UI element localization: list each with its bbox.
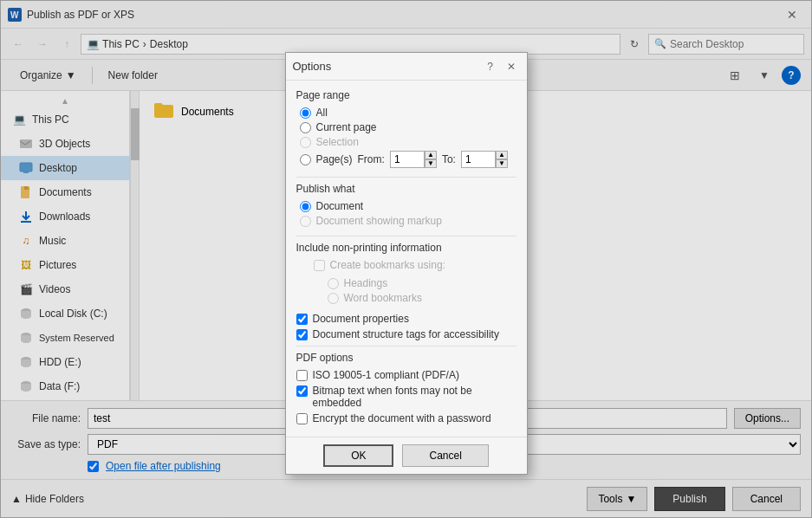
structure-tags-checkbox[interactable] — [296, 329, 308, 340]
document-properties-row: Document properties — [296, 313, 516, 325]
dialog-cancel-button[interactable]: Cancel — [402, 444, 488, 467]
radio-pages[interactable] — [300, 154, 311, 165]
from-down-button[interactable]: ▼ — [425, 159, 437, 168]
dialog-content: Page range All Current page Selection Pa… — [286, 81, 527, 437]
pdf-options-section-title: PDF options — [296, 352, 516, 364]
bitmap-row: Bitmap text when fonts may not be embedd… — [296, 385, 516, 409]
document-properties-checkbox[interactable] — [296, 314, 308, 325]
divider-2 — [296, 236, 516, 236]
radio-current-page-label: Current page — [316, 121, 377, 133]
headings-row: Headings — [314, 277, 516, 289]
create-bookmarks-row: Create bookmarks using: — [314, 259, 516, 271]
encrypt-checkbox[interactable] — [296, 413, 308, 424]
dialog-title-bar: Options ? ✕ — [286, 53, 527, 81]
radio-word-bookmarks — [328, 293, 339, 304]
radio-current-page[interactable] — [300, 122, 311, 133]
dialog-footer: OK Cancel — [286, 437, 527, 474]
headings-label: Headings — [344, 277, 388, 289]
modal-overlay: Options ? ✕ Page range All Current page — [0, 0, 812, 518]
word-bookmarks-row: Word bookmarks — [314, 292, 516, 304]
iso-checkbox[interactable] — [296, 370, 308, 381]
publish-what-section-title: Publish what — [296, 183, 516, 195]
structure-tags-label: Document structure tags for accessibilit… — [313, 328, 499, 340]
pages-label: Page(s) — [316, 153, 353, 165]
pdf-options-section: PDF options ISO 19005-1 compliant (PDF/A… — [296, 352, 516, 424]
from-label: From: — [358, 153, 385, 165]
from-spinner: ▲ ▼ — [390, 151, 437, 168]
dialog-controls: ? ✕ — [482, 58, 520, 75]
radio-all-row: All — [300, 107, 516, 119]
radio-all[interactable] — [300, 107, 311, 119]
radio-selection-row: Selection — [300, 136, 516, 148]
structure-tags-row: Document structure tags for accessibilit… — [296, 328, 516, 340]
radio-current-page-row: Current page — [300, 121, 516, 133]
radio-document-row: Document — [300, 200, 516, 212]
divider-3 — [296, 346, 516, 346]
options-dialog: Options ? ✕ Page range All Current page — [285, 52, 528, 475]
non-printing-group: Create bookmarks using: Headings Word bo… — [296, 259, 516, 304]
iso-row: ISO 19005-1 compliant (PDF/A) — [296, 369, 516, 381]
to-input[interactable] — [461, 151, 496, 168]
to-up-button[interactable]: ▲ — [496, 151, 508, 159]
to-spinner: ▲ ▼ — [461, 151, 508, 168]
bitmap-checkbox[interactable] — [296, 385, 308, 397]
document-properties-label: Document properties — [313, 313, 409, 325]
from-up-button[interactable]: ▲ — [425, 151, 437, 159]
radio-selection — [300, 137, 311, 148]
radio-headings — [328, 278, 339, 289]
non-printing-section-title: Include non-printing information — [296, 242, 516, 254]
dialog-title: Options — [293, 60, 332, 73]
radio-selection-label: Selection — [316, 136, 359, 148]
page-range-pages-row: Page(s) From: ▲ ▼ To: ▲ ▼ — [300, 151, 516, 168]
from-input[interactable] — [390, 151, 425, 168]
radio-document-markup-label: Document showing markup — [316, 215, 442, 227]
radio-document-label: Document — [316, 200, 364, 212]
iso-label: ISO 19005-1 compliant (PDF/A) — [313, 369, 459, 381]
dialog-help-button[interactable]: ? — [482, 58, 499, 75]
to-down-button[interactable]: ▼ — [496, 159, 508, 168]
radio-document-markup — [300, 216, 311, 227]
dialog-close-button[interactable]: ✕ — [503, 58, 520, 75]
page-range-group: All Current page Selection Page(s) From: — [296, 107, 516, 168]
create-bookmarks-label: Create bookmarks using: — [330, 259, 445, 271]
from-spinner-buttons: ▲ ▼ — [425, 151, 437, 168]
page-range-section-title: Page range — [296, 89, 516, 101]
divider-1 — [296, 177, 516, 178]
publish-what-group: Document Document showing markup — [296, 200, 516, 227]
ok-button[interactable]: OK — [323, 444, 393, 467]
encrypt-row: Encrypt the document with a password — [296, 412, 516, 424]
radio-all-label: All — [316, 107, 328, 119]
bitmap-label: Bitmap text when fonts may not be embedd… — [313, 385, 516, 409]
encrypt-label: Encrypt the document with a password — [313, 412, 491, 424]
create-bookmarks-checkbox — [314, 260, 325, 271]
to-spinner-buttons: ▲ ▼ — [496, 151, 508, 168]
radio-document-markup-row: Document showing markup — [300, 215, 516, 227]
to-label: To: — [442, 153, 456, 165]
word-bookmarks-label: Word bookmarks — [344, 292, 422, 304]
radio-document[interactable] — [300, 201, 311, 212]
